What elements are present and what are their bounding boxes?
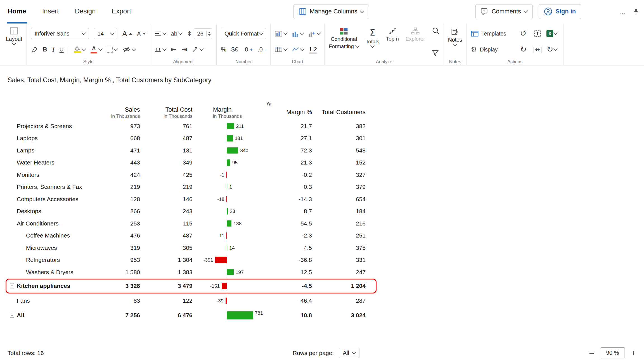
search-icon[interactable] xyxy=(432,27,439,34)
tab-insert[interactable]: Insert xyxy=(41,0,60,23)
undo-icon[interactable]: ↺ xyxy=(520,30,527,38)
borders-button[interactable] xyxy=(107,47,117,53)
table-row[interactable]: Projectors & Screens97376121121.7382 xyxy=(8,120,371,132)
app-window: HomeInsertDesignExport Manage Columns Co… xyxy=(0,0,644,362)
menu-bar: HomeInsertDesignExport Manage Columns Co… xyxy=(0,0,644,23)
filter-icon[interactable] xyxy=(432,50,439,57)
more-options-icon[interactable]: … xyxy=(619,8,627,16)
fit-width-icon[interactable]: ↔ xyxy=(534,47,541,53)
zoom-level[interactable]: 90 % xyxy=(601,347,624,358)
underline-button[interactable]: U xyxy=(60,46,64,53)
refresh-button[interactable]: ↻ xyxy=(545,46,559,54)
table-row[interactable]: Water Heaters4433499521.3152 xyxy=(8,157,371,169)
number-format-button[interactable]: 1.2 xyxy=(309,46,317,53)
manage-columns-button[interactable]: Manage Columns xyxy=(293,4,369,19)
fx-icon[interactable]: fx xyxy=(266,102,271,107)
zoom-in-button[interactable]: + xyxy=(630,349,637,357)
bar-chart-button[interactable] xyxy=(292,31,304,37)
table-row[interactable]: Laptops66848718127.1301 xyxy=(8,132,371,145)
sales-value: 443 xyxy=(101,159,143,166)
table-row[interactable]: Printers, Scanners & Fax21921910.3379 xyxy=(8,181,371,193)
collapse-icon[interactable] xyxy=(10,284,15,288)
increase-indent-button[interactable]: ⇥ xyxy=(181,46,187,53)
rows-per-page-select[interactable]: All xyxy=(339,348,359,358)
bold-button[interactable]: B xyxy=(43,46,47,53)
explorer-button[interactable]: Explorer xyxy=(406,26,425,42)
spinner-arrows[interactable] xyxy=(206,31,212,37)
table-row[interactable]: Refrigerators9531 304-351-36.8331 xyxy=(8,254,371,266)
font-family-select[interactable]: Inforiver Sans xyxy=(31,28,89,39)
templates-button[interactable]: Templates xyxy=(471,30,516,37)
table-row[interactable]: Monitors424425-1-0.2327 xyxy=(8,169,371,181)
hide-values-button[interactable] xyxy=(122,46,136,53)
format-painter-icon xyxy=(31,46,38,53)
table-row[interactable]: Computers Accessories128146-18-14.3654 xyxy=(8,193,371,205)
increase-font-size-button[interactable]: A xyxy=(122,30,132,38)
table-row[interactable]: All7 2566 47678110.83 024 xyxy=(8,309,371,322)
zoom-out-button[interactable]: − xyxy=(588,349,595,357)
total-cost-value: 487 xyxy=(143,232,195,239)
comments-button[interactable]: Comments xyxy=(475,4,533,19)
column-header-sales[interactable]: Sales in Thousands xyxy=(101,100,143,119)
tab-design[interactable]: Design xyxy=(74,0,97,23)
decrease-decimal-button[interactable]: .0- xyxy=(258,46,266,53)
tab-home[interactable]: Home xyxy=(7,0,27,23)
table-row[interactable]: Kitchen appliances3 3283 479-151-4.51 20… xyxy=(8,280,371,292)
cell-chart-button[interactable] xyxy=(275,31,287,37)
add-chart-button[interactable] xyxy=(308,31,320,37)
conditional-formatting-button[interactable]: Conditional Formatting xyxy=(329,26,359,50)
text-orientation-icon xyxy=(192,47,198,53)
top-n-button[interactable]: Top n xyxy=(386,26,399,42)
table-row[interactable]: Desktops266243238.7184 xyxy=(8,205,371,218)
margin-bar xyxy=(227,245,228,251)
vertical-align-button[interactable] xyxy=(155,47,166,52)
collapse-icon[interactable] xyxy=(10,313,15,318)
totals-button[interactable]: Σ Totals xyxy=(366,26,379,47)
tab-export[interactable]: Export xyxy=(111,0,132,23)
sign-in-button[interactable]: Sign in xyxy=(539,4,581,19)
table-row[interactable]: Fans83122-39-46.4287 xyxy=(8,295,371,307)
column-header-margin-pct[interactable]: Margin % xyxy=(273,100,314,119)
templates-icon xyxy=(471,31,479,37)
percent-format-button[interactable]: % xyxy=(221,46,226,53)
table-view-button[interactable] xyxy=(275,47,287,52)
decrease-indent-button[interactable]: ⇤ xyxy=(171,46,176,53)
notes-button[interactable]: Notes xyxy=(448,26,462,46)
decrease-font-size-button[interactable]: A xyxy=(137,30,146,37)
italic-button[interactable]: I xyxy=(52,46,55,53)
format-painter-button[interactable] xyxy=(31,46,38,53)
chevron-down-icon xyxy=(360,9,364,13)
horizontal-align-button[interactable] xyxy=(155,31,166,36)
row-height-spinner[interactable]: 26 xyxy=(194,28,212,39)
pin-icon[interactable] xyxy=(633,8,639,15)
wrap-text-button[interactable]: ab xyxy=(171,30,182,37)
column-header-total-cost[interactable]: Total Cost in Thousands xyxy=(143,100,195,119)
sales-value: 953 xyxy=(101,257,143,263)
table-row[interactable]: Lamps47113134072.3548 xyxy=(8,144,371,157)
text-orientation-button[interactable] xyxy=(192,47,203,53)
chevron-down-icon xyxy=(259,31,263,35)
table-row[interactable]: Air Conditioners25311513854.5216 xyxy=(8,217,371,230)
display-button[interactable]: ⚙ Display xyxy=(471,46,516,53)
table-row[interactable]: Coffee Machines476487-11-2.3251 xyxy=(8,230,371,242)
column-header-total-customers[interactable]: Total Customers xyxy=(314,100,368,119)
resize-icon[interactable] xyxy=(534,30,541,37)
quick-format-value: Quick Format xyxy=(224,30,259,37)
font-color-button[interactable]: A xyxy=(91,46,102,53)
margin-value: -151 xyxy=(210,283,220,289)
layout-button[interactable]: Layout xyxy=(6,26,22,45)
row-height-control[interactable]: ↕ 26 xyxy=(187,28,212,39)
table-row[interactable]: Washers & Dryers1 5801 38319712.5247 xyxy=(8,266,371,278)
sparkline-button[interactable] xyxy=(292,47,304,52)
sales-value: 253 xyxy=(101,220,143,227)
table-row[interactable]: Microwaves319305144.5375 xyxy=(8,242,371,254)
column-header-margin[interactable]: fx Margin in Thousands xyxy=(195,100,273,119)
quick-format-select[interactable]: Quick Format xyxy=(221,28,266,39)
currency-format-button[interactable]: $€ xyxy=(231,46,238,53)
fill-color-button[interactable] xyxy=(74,46,86,53)
export-excel-button[interactable]: X xyxy=(545,30,559,37)
menu-tabs: HomeInsertDesignExport xyxy=(7,0,132,23)
redo-icon[interactable]: ↻ xyxy=(520,46,527,54)
increase-decimal-button[interactable]: .0+ xyxy=(243,46,253,53)
font-size-select[interactable]: 14 xyxy=(94,28,117,39)
